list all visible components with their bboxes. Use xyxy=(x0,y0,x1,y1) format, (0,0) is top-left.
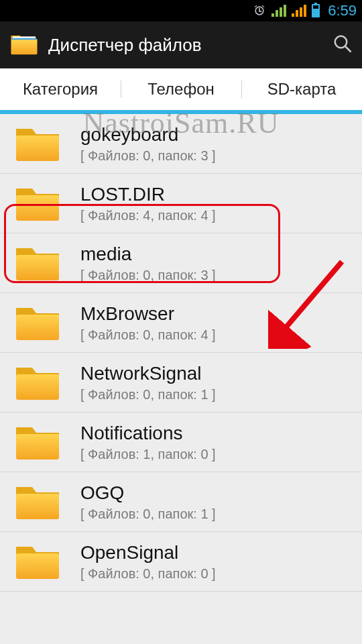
tab-label: SD-карта xyxy=(267,80,337,99)
app-header: Диспетчер файлов xyxy=(0,21,362,68)
tabs: Категория Телефон SD-карта xyxy=(0,68,362,110)
svg-rect-9 xyxy=(16,374,59,400)
file-list[interactable]: gokeyboard [ Файлов: 0, папок: 3 ] LOST.… xyxy=(0,114,362,592)
folder-name: LOST.DIR xyxy=(80,184,216,205)
list-item[interactable]: LOST.DIR [ Файлов: 4, папок: 4 ] xyxy=(0,174,362,233)
folder-name: Notifications xyxy=(80,423,216,444)
status-bar: 6:59 xyxy=(0,0,362,21)
folder-icon xyxy=(13,482,62,522)
svg-rect-12 xyxy=(16,553,59,579)
folder-name: media xyxy=(80,244,216,265)
folder-name: NetworkSignal xyxy=(80,363,216,384)
svg-rect-6 xyxy=(16,195,59,221)
app-folder-icon xyxy=(9,32,39,58)
signal-sim2-icon xyxy=(292,5,306,17)
list-item[interactable]: media [ Файлов: 0, папок: 3 ] xyxy=(0,233,362,293)
app-title: Диспетчер файлов xyxy=(48,35,333,56)
folder-name: MxBrowser xyxy=(80,303,216,325)
battery-icon xyxy=(312,4,320,17)
folder-icon xyxy=(13,541,62,582)
folder-count: [ Файлов: 0, папок: 1 ] xyxy=(80,387,216,402)
list-item[interactable]: gokeyboard [ Файлов: 0, папок: 3 ] xyxy=(0,114,362,174)
folder-icon xyxy=(13,422,62,462)
folder-count: [ Файлов: 0, папок: 4 ] xyxy=(80,327,216,343)
folder-count: [ Файлов: 0, папок: 3 ] xyxy=(80,268,216,283)
list-item[interactable]: OGQ [ Файлов: 0, папок: 1 ] xyxy=(0,472,362,532)
folder-name: OGQ xyxy=(80,482,216,504)
folder-icon xyxy=(13,243,62,283)
folder-name: gokeyboard xyxy=(80,124,216,146)
svg-rect-5 xyxy=(16,136,59,161)
tab-phone[interactable]: Телефон xyxy=(121,68,241,110)
folder-icon xyxy=(13,362,62,402)
alarm-icon xyxy=(253,4,266,17)
signal-sim1-icon xyxy=(272,5,286,17)
folder-count: [ Файлов: 0, папок: 3 ] xyxy=(80,148,216,164)
search-icon[interactable] xyxy=(333,34,353,56)
folder-count: [ Файлов: 4, папок: 4 ] xyxy=(80,208,216,223)
folder-icon xyxy=(13,123,62,164)
folder-count: [ Файлов: 0, папок: 1 ] xyxy=(80,506,216,522)
tab-sdcard[interactable]: SD-карта xyxy=(241,68,362,110)
svg-rect-8 xyxy=(16,315,59,340)
folder-count: [ Файлов: 0, папок: 0 ] xyxy=(80,566,216,582)
folder-icon xyxy=(13,303,62,343)
tab-label: Категория xyxy=(23,80,98,99)
folder-name: OpenSignal xyxy=(80,542,216,564)
tab-category[interactable]: Категория xyxy=(0,68,121,110)
list-item[interactable]: MxBrowser [ Файлов: 0, папок: 4 ] xyxy=(0,293,362,353)
list-item[interactable]: NetworkSignal [ Файлов: 0, папок: 1 ] xyxy=(0,353,362,413)
list-item[interactable]: OpenSignal [ Файлов: 0, папок: 0 ] xyxy=(0,532,362,592)
folder-count: [ Файлов: 1, папок: 0 ] xyxy=(80,447,216,462)
svg-rect-2 xyxy=(11,40,37,54)
status-clock: 6:59 xyxy=(328,2,357,19)
svg-rect-7 xyxy=(16,255,59,280)
svg-point-3 xyxy=(335,36,347,48)
svg-rect-11 xyxy=(16,494,59,519)
svg-line-4 xyxy=(345,46,351,52)
tab-label: Телефон xyxy=(147,80,215,99)
svg-rect-10 xyxy=(16,434,59,460)
folder-icon xyxy=(13,183,62,223)
list-item[interactable]: Notifications [ Файлов: 1, папок: 0 ] xyxy=(0,413,362,472)
